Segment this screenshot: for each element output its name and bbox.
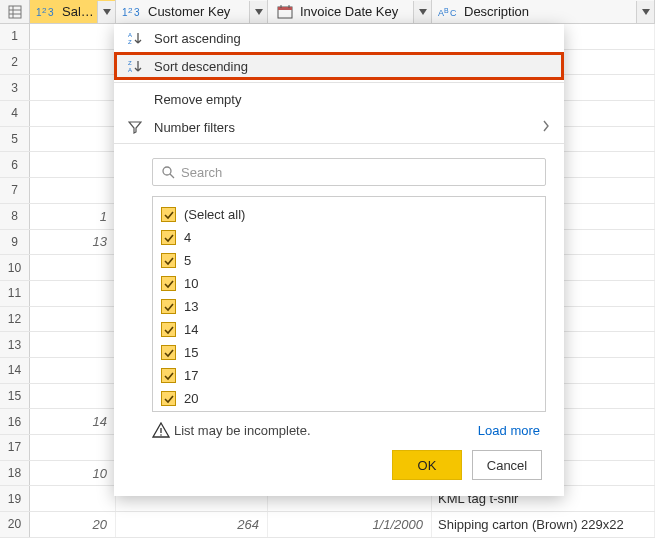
row-number[interactable]: 12	[0, 307, 30, 332]
filter-value-item[interactable]: 17	[161, 364, 537, 387]
svg-text:C: C	[450, 8, 457, 18]
column-filter-button[interactable]	[97, 1, 115, 23]
cell-sale-key[interactable]	[30, 127, 116, 152]
number-filters-item[interactable]: Number filters	[114, 113, 564, 141]
column-filter-button[interactable]	[413, 1, 431, 23]
cell-sale-key[interactable]	[30, 255, 116, 280]
cell-customer-key[interactable]: 264	[116, 512, 268, 537]
filter-search-input[interactable]	[181, 165, 537, 180]
row-number[interactable]: 5	[0, 127, 30, 152]
checkbox-checked-icon[interactable]	[161, 253, 176, 268]
cell-sale-key[interactable]	[30, 75, 116, 100]
column-filter-button[interactable]	[636, 1, 654, 23]
cell-sale-key[interactable]	[30, 486, 116, 511]
cell-sale-key[interactable]: 13	[30, 230, 116, 255]
filter-value-label: 10	[184, 276, 198, 291]
column-header-invDate[interactable]: Invoice Date Key	[268, 0, 432, 23]
row-number[interactable]: 3	[0, 75, 30, 100]
cell-sale-key[interactable]: 1	[30, 204, 116, 229]
column-type-icon: ABC	[438, 4, 460, 20]
column-type-icon: 123	[122, 4, 144, 20]
cell-sale-key[interactable]	[30, 307, 116, 332]
checkbox-checked-icon[interactable]	[161, 207, 176, 222]
cell-sale-key[interactable]	[30, 332, 116, 357]
filter-value-item[interactable]: 10	[161, 272, 537, 295]
row-number[interactable]: 8	[0, 204, 30, 229]
checkbox-checked-icon[interactable]	[161, 230, 176, 245]
cell-sale-key[interactable]: 14	[30, 409, 116, 434]
column-header-custKey[interactable]: 123Customer Key	[116, 0, 268, 23]
table-corner[interactable]	[0, 0, 30, 23]
checkbox-checked-icon[interactable]	[161, 299, 176, 314]
column-filter-button[interactable]	[249, 1, 267, 23]
row-number[interactable]: 20	[0, 512, 30, 537]
row-number[interactable]: 17	[0, 435, 30, 460]
cell-sale-key[interactable]: 20	[30, 512, 116, 537]
remove-empty-label: Remove empty	[154, 92, 550, 107]
svg-text:2: 2	[42, 6, 47, 15]
row-number[interactable]: 4	[0, 101, 30, 126]
sort-ascending-item[interactable]: AZ Sort ascending	[114, 24, 564, 52]
row-number[interactable]: 2	[0, 50, 30, 75]
sort-desc-icon: ZA	[128, 59, 154, 73]
filter-value-item[interactable]: 20	[161, 387, 537, 410]
svg-rect-11	[278, 7, 292, 10]
filter-value-item[interactable]: 4	[161, 226, 537, 249]
svg-text:3: 3	[134, 7, 140, 18]
column-header-saleKey[interactable]: 123Sale Key	[30, 0, 116, 23]
row-number[interactable]: 11	[0, 281, 30, 306]
row-number[interactable]: 7	[0, 178, 30, 203]
row-number[interactable]: 6	[0, 152, 30, 177]
cell-sale-key[interactable]	[30, 152, 116, 177]
filter-value-item[interactable]: 14	[161, 318, 537, 341]
cell-sale-key[interactable]	[30, 281, 116, 306]
svg-line-22	[170, 174, 174, 178]
filter-value-item[interactable]: 5	[161, 249, 537, 272]
cancel-button[interactable]: Cancel	[472, 450, 542, 480]
number-filters-label: Number filters	[154, 120, 542, 135]
cell-sale-key[interactable]	[30, 384, 116, 409]
row-number[interactable]: 9	[0, 230, 30, 255]
svg-text:Z: Z	[128, 39, 132, 45]
row-number[interactable]: 10	[0, 255, 30, 280]
load-more-link[interactable]: Load more	[478, 423, 540, 438]
cell-description[interactable]: Shipping carton (Brown) 229x22	[432, 512, 655, 537]
filter-value-item[interactable]: 13	[161, 295, 537, 318]
checkbox-checked-icon[interactable]	[161, 345, 176, 360]
cell-sale-key[interactable]	[30, 24, 116, 49]
cell-sale-key[interactable]	[30, 178, 116, 203]
column-type-icon: 123	[36, 4, 58, 20]
checkbox-checked-icon[interactable]	[161, 368, 176, 383]
filter-values-list[interactable]: (Select all) 45101314151720	[152, 196, 546, 412]
column-header-desc[interactable]: ABCDescription	[432, 0, 655, 23]
dialog-button-row: OK Cancel	[114, 438, 564, 496]
row-number[interactable]: 16	[0, 409, 30, 434]
row-number[interactable]: 18	[0, 461, 30, 486]
ok-button[interactable]: OK	[392, 450, 462, 480]
row-number[interactable]: 19	[0, 486, 30, 511]
checkbox-checked-icon[interactable]	[161, 391, 176, 406]
filter-value-label: 14	[184, 322, 198, 337]
filter-search-box[interactable]	[152, 158, 546, 186]
column-header-row: 123Sale Key123Customer KeyInvoice Date K…	[0, 0, 655, 24]
cell-sale-key[interactable]	[30, 358, 116, 383]
filter-value-item[interactable]: 15	[161, 341, 537, 364]
row-number[interactable]: 1	[0, 24, 30, 49]
cell-sale-key[interactable]	[30, 50, 116, 75]
remove-empty-item[interactable]: Remove empty	[114, 85, 564, 113]
menu-divider	[114, 143, 564, 144]
row-number[interactable]: 13	[0, 332, 30, 357]
cell-sale-key[interactable]	[30, 435, 116, 460]
checkbox-checked-icon[interactable]	[161, 276, 176, 291]
svg-text:2: 2	[128, 6, 133, 15]
cell-sale-key[interactable]: 10	[30, 461, 116, 486]
sort-descending-item[interactable]: ZA Sort descending	[114, 52, 564, 80]
checkbox-checked-icon[interactable]	[161, 322, 176, 337]
cell-sale-key[interactable]	[30, 101, 116, 126]
row-number[interactable]: 15	[0, 384, 30, 409]
search-icon	[161, 165, 175, 179]
select-all-label: (Select all)	[184, 207, 245, 222]
row-number[interactable]: 14	[0, 358, 30, 383]
cell-invoice-date[interactable]: 1/1/2000	[268, 512, 432, 537]
filter-value-select-all[interactable]: (Select all)	[161, 203, 537, 226]
